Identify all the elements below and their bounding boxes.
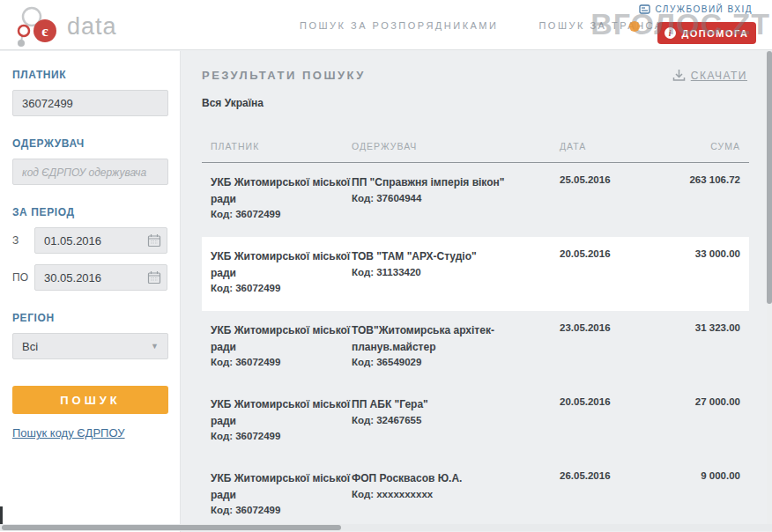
svg-text:є: є [41,23,48,40]
region-filter: РЕГІОН Всі ▼ [12,312,167,359]
receiver-label: ОДЕРЖУВАЧ [12,137,167,150]
payer-code: Код: 36072499 [211,207,352,223]
receiver-name: ФОП Росквасов Ю.А. [352,470,560,487]
horizontal-scrollbar-thumb[interactable] [2,525,341,530]
top-header: є data ПОШУК ЗА РОЗПОРЯДНИКАМИ ПОШУК ЗА … [0,0,772,50]
receiver-cell: ПП АБК "Гера" Код: 32467655 [352,396,560,445]
receiver-name: ПП "Справжня імперія вікон" [352,174,560,191]
service-login-label: СЛУЖБОВИЙ ВХІД [655,4,753,14]
transaction-sum: 9 000.00 [643,470,740,519]
vertical-scrollbar-thumb[interactable] [767,51,772,304]
period-filter: ЗА ПЕРІОД З ПО [12,206,167,291]
calendar-icon[interactable] [147,233,161,248]
payer-code: Код: 36072499 [211,503,352,519]
help-button[interactable]: i ДОПОМОГА [657,22,756,44]
receiver-cell: ТОВ"Житомирська архітек-планув.майстер К… [352,322,560,371]
receiver-code: Код: 37604944 [352,191,560,207]
transaction-sum: 27 000.00 [643,396,740,445]
download-icon [672,69,686,82]
vertical-scrollbar-track[interactable] [767,51,772,532]
payer-name: УКБ Житомирської міської ради [211,248,352,281]
region-selected-value: Всі [22,340,38,353]
payer-filter: ПЛАТНИК [12,69,167,116]
badge-icon [639,4,650,14]
edrpou-code-search-link[interactable]: Пошук коду ЄДРПОУ [12,426,125,440]
region-scope-text: Вся Україна [202,97,749,109]
transaction-sum: 33 000.00 [643,248,740,297]
results-table: ПЛАТНИК ОДЕРЖУВАЧ ДАТА СУМА УКБ Житомирс… [202,141,749,532]
receiver-cell: ТОВ "ТАМ "АРХ-Студіо" Код: 31133420 [352,248,560,297]
payer-label: ПЛАТНИК [12,69,167,81]
date-from-label: З [12,234,34,247]
results-title: РЕЗУЛЬТАТИ ПОШУКУ [202,69,366,82]
receiver-name: ТОВ"Житомирська архітек-планув.майстер [352,322,560,355]
payer-name: УКБ Житомирської міської ради [211,470,352,503]
table-row[interactable]: УКБ Житомирської міської ради Код: 36072… [202,385,749,459]
payer-cell: УКБ Житомирської міської ради Код: 36072… [211,396,352,445]
receiver-cell: ФОП Росквасов Ю.А. Код: хххххххххх [352,470,560,519]
chevron-down-icon: ▼ [151,342,159,351]
date-to-row: ПО [12,264,167,291]
receiver-code: Код: 32467655 [352,413,560,429]
column-header-receiver: ОДЕРЖУВАЧ [352,141,560,151]
transaction-date: 20.05.2016 [560,396,643,445]
edata-logo[interactable]: є data [12,5,117,48]
horizontal-scrollbar-track[interactable] [0,524,772,531]
table-row[interactable]: УКБ Житомирської міської ради Код: 36072… [202,237,749,311]
info-icon: i [664,27,676,39]
receiver-name: ПП АБК "Гера" [352,396,560,413]
search-filters-sidebar: ПЛАТНИК ОДЕРЖУВАЧ ЗА ПЕРІОД З [0,51,181,532]
receiver-code: Код: 36549029 [352,355,560,371]
payer-name: УКБ Житомирської міської ради [211,396,352,429]
service-login-link[interactable]: СЛУЖБОВИЙ ВХІД [639,4,753,14]
region-label: РЕГІОН [12,312,167,324]
screen-edge-artifact [0,506,3,524]
transaction-date: 20.05.2016 [560,248,643,297]
transaction-date: 23.05.2016 [560,322,643,371]
download-link[interactable]: СКАЧАТИ [672,69,747,82]
transaction-date: 26.05.2016 [560,470,643,519]
receiver-code: Код: 31133420 [352,265,560,281]
payer-cell: УКБ Житомирської міської ради Код: 36072… [211,174,352,223]
payer-code: Код: 36072499 [211,281,352,297]
transaction-sum: 31 323.00 [643,322,740,371]
table-row[interactable]: УКБ Житомирської міської ради Код: 36072… [202,459,749,532]
region-select[interactable]: Всі ▼ [12,333,168,359]
table-row[interactable]: УКБ Житомирської міської ради Код: 36072… [202,311,749,385]
column-header-sum: СУМА [643,141,740,151]
edata-molecule-icon: є [12,5,63,48]
receiver-name: ТОВ "ТАМ "АРХ-Студіо" [352,248,560,265]
receiver-input[interactable] [12,159,168,185]
edata-logo-text: data [67,13,117,41]
download-label: СКАЧАТИ [691,70,747,82]
receiver-code: Код: хххххххххх [352,487,560,503]
table-row[interactable]: УКБ Житомирської міської ради Код: 36072… [202,163,749,237]
payer-code: Код: 36072499 [211,429,352,445]
table-header-row: ПЛАТНИК ОДЕРЖУВАЧ ДАТА СУМА [202,141,749,163]
date-to-label: ПО [12,271,34,284]
receiver-cell: ПП "Справжня імперія вікон" Код: 3760494… [352,174,560,223]
transaction-date: 25.05.2016 [560,174,643,223]
payer-code: Код: 36072499 [211,355,352,371]
payer-cell: УКБ Житомирської міської ради Код: 36072… [211,322,352,371]
transaction-sum: 263 106.72 [643,174,740,223]
date-from-row: З [12,227,167,254]
period-label: ЗА ПЕРІОД [12,206,167,218]
column-header-date: ДАТА [560,141,643,151]
help-button-label: ДОПОМОГА [681,28,748,39]
search-button[interactable]: ПОШУК [12,386,168,414]
table-body: УКБ Житомирської міської ради Код: 36072… [202,163,749,532]
payer-input[interactable] [12,90,168,116]
payer-name: УКБ Житомирської міської ради [211,174,352,207]
payer-cell: УКБ Житомирської міської ради Код: 36072… [211,470,352,519]
nav-search-by-spenders[interactable]: ПОШУК ЗА РОЗПОРЯДНИКАМИ [300,20,498,31]
receiver-filter: ОДЕРЖУВАЧ [12,137,167,185]
payer-name: УКБ Житомирської міської ради [211,322,352,355]
payer-cell: УКБ Житомирської міської ради Код: 36072… [211,248,352,297]
calendar-icon[interactable] [147,270,161,284]
column-header-payer: ПЛАТНИК [211,141,352,151]
results-panel: РЕЗУЛЬТАТИ ПОШУКУ СКАЧАТИ Вся Україна ПЛ… [181,51,767,532]
